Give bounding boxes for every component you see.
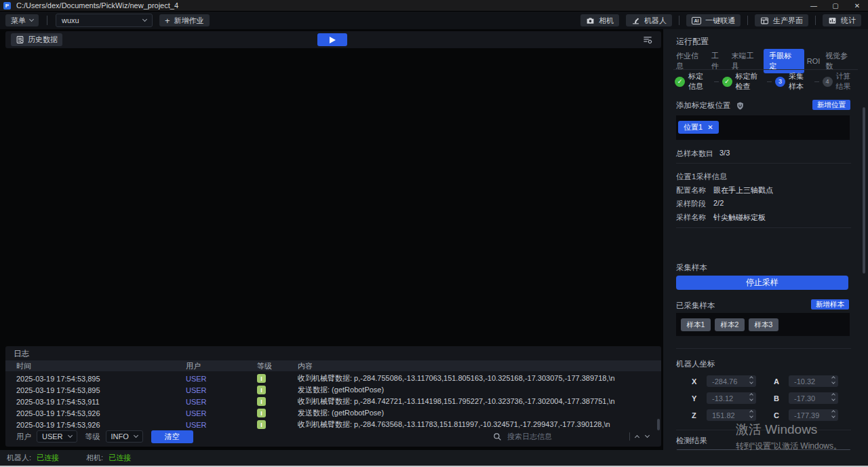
list-settings-icon[interactable]	[642, 35, 653, 45]
toolbar-separator	[815, 16, 816, 25]
total-samples-value: 3/3	[719, 149, 730, 159]
config-name-label: 配置名称	[676, 185, 706, 195]
search-divider	[629, 432, 630, 441]
log-content: 收到机械臂数据: p,-284.763568,-13.11783,151.811…	[298, 419, 656, 430]
log-scrollbar[interactable]	[657, 419, 660, 430]
menu-dropdown[interactable]: 菜单	[5, 14, 39, 26]
minimize-button[interactable]: —	[803, 0, 825, 12]
robot-status-label: 机器人:	[7, 453, 31, 463]
y-value[interactable]	[707, 394, 742, 403]
spinner-icon[interactable]	[832, 411, 835, 417]
log-row: 2025-03-19 17:54:53,926 USER I 收到机械臂数据: …	[5, 419, 656, 430]
c-input[interactable]	[789, 409, 838, 421]
close-button[interactable]: ✕	[846, 0, 868, 12]
camera-status-label: 相机:	[86, 453, 103, 463]
z-value[interactable]	[707, 411, 742, 419]
divider	[676, 348, 851, 349]
config-tabs: 作业信息 工件 末端工具 手眼标定 ROI 视觉参数	[673, 54, 858, 69]
spinner-icon[interactable]	[832, 377, 835, 384]
a-value[interactable]	[789, 377, 824, 386]
stats-button[interactable]: 统计	[823, 14, 861, 26]
sample-2-button[interactable]: 样本2	[715, 318, 745, 331]
plus-icon: +	[165, 16, 170, 26]
panel-scrollbar[interactable]	[863, 107, 865, 274]
run-button[interactable]	[317, 33, 347, 46]
log-user: USER	[186, 409, 257, 417]
one-click-connect-label: 一键联通	[705, 16, 735, 26]
spinner-icon[interactable]	[832, 394, 835, 400]
stop-sampling-button[interactable]: 停止采样	[676, 276, 848, 290]
spinner-icon[interactable]	[750, 377, 753, 384]
robot-button[interactable]: 机器人	[626, 14, 672, 26]
shield-icon	[736, 101, 745, 111]
col-time: 时间	[5, 361, 186, 371]
coord-row-zc: Z C	[692, 409, 838, 421]
spinner-icon[interactable]	[750, 394, 753, 400]
sampling-stage-label: 采样阶段	[676, 199, 706, 209]
log-user: USER	[186, 421, 257, 429]
log-search-input[interactable]	[507, 432, 624, 441]
step-collect-samples[interactable]: 3 采集样本	[775, 71, 811, 92]
new-job-button[interactable]: + 新增作业	[159, 14, 210, 26]
info-level-badge: I	[257, 386, 266, 394]
x-value[interactable]	[707, 377, 742, 386]
step-compute-result[interactable]: 4 计算结果	[823, 71, 859, 92]
step-calibration-info[interactable]: ✓ 标定信息	[675, 71, 711, 92]
collected-samples-label: 已采集样本	[676, 301, 715, 311]
b-input[interactable]	[789, 392, 838, 404]
spinner-icon[interactable]	[750, 411, 753, 417]
log-rows: 2025-03-19 17:54:53,895 USER I 收到机械臂数据: …	[5, 373, 656, 430]
toolbar-separator	[47, 16, 47, 25]
camera-button[interactable]: 相机	[580, 14, 619, 26]
production-view-button[interactable]: 生产界面	[755, 14, 808, 26]
search-next-icon[interactable]	[645, 433, 650, 438]
user-filter-select[interactable]: USER	[37, 430, 77, 443]
x-input[interactable]	[707, 375, 756, 387]
maximize-button[interactable]: ▢	[825, 0, 846, 12]
log-user: USER	[186, 386, 257, 394]
sample-name-label: 采样名称	[676, 212, 706, 223]
log-panel: 日志 时间 用户 等级 内容 2025-03-19 17:54:53,895 U…	[5, 346, 661, 447]
one-click-connect-button[interactable]: AI 一键联通	[686, 14, 741, 26]
new-position-button[interactable]: 新增位置	[812, 100, 850, 110]
step-pre-check[interactable]: ✓ 标定前检查	[722, 71, 764, 92]
c-value[interactable]	[789, 411, 824, 419]
clear-log-button[interactable]: 清空	[151, 430, 193, 443]
close-icon[interactable]: ✕	[707, 124, 713, 131]
log-content: 发送数据: (getRobotPose)	[298, 408, 656, 418]
sample-name-value: 针尖触碰标定板	[713, 212, 766, 223]
log-row: 2025-03-19 17:54:53,926 USER I 发送数据: (ge…	[5, 407, 656, 419]
job-select[interactable]: wuxu	[56, 14, 153, 27]
app-icon: P	[3, 2, 11, 10]
col-user: 用户	[186, 361, 257, 371]
z-input[interactable]	[707, 409, 756, 421]
position-1-tag[interactable]: 位置1 ✕	[678, 121, 719, 134]
new-sample-button[interactable]: 新增样本	[811, 299, 849, 310]
log-user: USER	[186, 398, 257, 406]
y-input[interactable]	[707, 392, 756, 404]
sample-3-button[interactable]: 样本3	[749, 318, 778, 331]
log-time: 2025-03-19 17:54:53,926	[5, 421, 186, 429]
sample-1-button[interactable]: 样本1	[681, 318, 711, 331]
sampling-info-title: 位置1采样信息	[676, 172, 727, 182]
production-grid-icon	[760, 16, 769, 25]
log-controls: 用户 USER 等级 INFO 清空	[5, 430, 661, 443]
axis-c-label: C	[774, 411, 785, 419]
robot-status-value: 已连接	[37, 453, 59, 463]
calibration-steps: ✓ 标定信息 ✓ 标定前检查 3 采集样本 4 计算结果	[675, 74, 858, 89]
b-value[interactable]	[789, 394, 824, 403]
a-input[interactable]	[789, 375, 838, 387]
history-data-label: 历史数据	[28, 35, 58, 45]
camera-status-value: 已连接	[108, 453, 131, 463]
title-bar: P C:/Users/dex/Documents/PickWiz/new_pro…	[0, 0, 868, 12]
level-filter-label: 等级	[85, 432, 100, 442]
log-content: 收到机械臂数据: p,-284.742721,-13.114198,151.79…	[298, 396, 656, 407]
positions-box: 位置1 ✕	[676, 115, 850, 140]
search-prev-icon[interactable]	[635, 435, 639, 440]
info-level-badge: I	[257, 420, 266, 429]
level-filter-select[interactable]: INFO	[106, 430, 143, 443]
divider	[676, 163, 851, 164]
tab-roi[interactable]: ROI	[804, 55, 823, 67]
production-view-label: 生产界面	[773, 16, 803, 26]
history-data-button[interactable]: 历史数据	[11, 33, 62, 46]
